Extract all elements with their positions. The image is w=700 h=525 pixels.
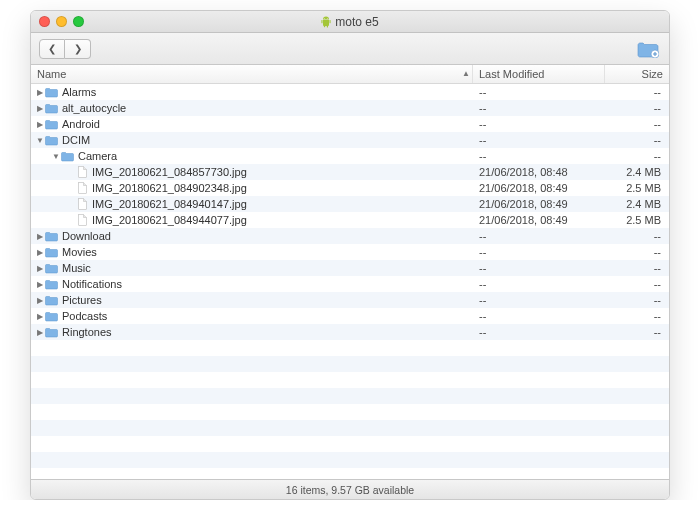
folder-icon xyxy=(61,151,74,162)
disclosure-open-icon[interactable]: ▼ xyxy=(51,152,61,161)
size-cell: -- xyxy=(605,278,669,290)
empty-row xyxy=(31,388,669,404)
item-label: IMG_20180621_084944077.jpg xyxy=(92,214,247,226)
size-cell: -- xyxy=(605,246,669,258)
folder-row[interactable]: ▶Alarms---- xyxy=(31,84,669,100)
empty-row xyxy=(31,404,669,420)
file-row[interactable]: IMG_20180621_084857730.jpg21/06/2018, 08… xyxy=(31,164,669,180)
svg-rect-2 xyxy=(322,20,323,23)
modified-cell: -- xyxy=(473,118,605,130)
svg-rect-3 xyxy=(330,20,331,23)
name-cell: ▶Download xyxy=(31,230,473,242)
empty-row xyxy=(31,436,669,452)
modified-cell: 21/06/2018, 08:49 xyxy=(473,214,605,226)
size-cell: 2.4 MB xyxy=(605,198,669,210)
modified-cell: -- xyxy=(473,310,605,322)
column-name[interactable]: Name xyxy=(31,65,473,83)
disclosure-closed-icon[interactable]: ▶ xyxy=(35,120,45,129)
name-cell: ▶Ringtones xyxy=(31,326,473,338)
file-row[interactable]: IMG_20180621_084940147.jpg21/06/2018, 08… xyxy=(31,196,669,212)
item-label: DCIM xyxy=(62,134,90,146)
empty-row xyxy=(31,468,669,479)
name-cell: ▼DCIM xyxy=(31,134,473,146)
toolbar: ❮ ❯ xyxy=(31,33,669,65)
empty-row xyxy=(31,420,669,436)
empty-row xyxy=(31,372,669,388)
sort-indicator-icon: ▲ xyxy=(462,69,470,78)
item-label: Music xyxy=(62,262,91,274)
modified-cell: 21/06/2018, 08:49 xyxy=(473,182,605,194)
file-icon xyxy=(77,198,88,210)
folder-icon xyxy=(45,327,58,338)
titlebar[interactable]: moto e5 xyxy=(31,11,669,33)
modified-cell: 21/06/2018, 08:48 xyxy=(473,166,605,178)
item-label: Alarms xyxy=(62,86,96,98)
disclosure-closed-icon[interactable]: ▶ xyxy=(35,328,45,337)
item-label: Pictures xyxy=(62,294,102,306)
name-cell: ▶Notifications xyxy=(31,278,473,290)
folder-row[interactable]: ▶Download---- xyxy=(31,228,669,244)
modified-cell: -- xyxy=(473,262,605,274)
empty-row xyxy=(31,452,669,468)
folder-row[interactable]: ▼Camera---- xyxy=(31,148,669,164)
folder-row[interactable]: ▶Pictures---- xyxy=(31,292,669,308)
file-row[interactable]: IMG_20180621_084944077.jpg21/06/2018, 08… xyxy=(31,212,669,228)
size-cell: -- xyxy=(605,86,669,98)
file-icon xyxy=(77,166,88,178)
name-cell: IMG_20180621_084944077.jpg xyxy=(31,214,473,226)
folder-icon xyxy=(45,247,58,258)
forward-button[interactable]: ❯ xyxy=(65,39,91,59)
disclosure-closed-icon[interactable]: ▶ xyxy=(35,88,45,97)
folder-plus-icon xyxy=(637,40,659,58)
back-button[interactable]: ❮ xyxy=(39,39,65,59)
size-cell: -- xyxy=(605,326,669,338)
size-cell: -- xyxy=(605,134,669,146)
modified-cell: -- xyxy=(473,102,605,114)
file-row[interactable]: IMG_20180621_084902348.jpg21/06/2018, 08… xyxy=(31,180,669,196)
column-headers: Name ▲ Last Modified Size xyxy=(31,65,669,84)
folder-icon xyxy=(45,279,58,290)
name-cell: ▶Music xyxy=(31,262,473,274)
window-title: moto e5 xyxy=(31,15,669,29)
android-icon xyxy=(321,16,331,28)
column-size[interactable]: Size xyxy=(605,65,669,83)
item-label: IMG_20180621_084902348.jpg xyxy=(92,182,247,194)
nav-group: ❮ ❯ xyxy=(39,39,91,59)
folder-row[interactable]: ▶Notifications---- xyxy=(31,276,669,292)
name-cell: ▼Camera xyxy=(31,150,473,162)
item-label: Camera xyxy=(78,150,117,162)
folder-row[interactable]: ▼DCIM---- xyxy=(31,132,669,148)
svg-point-0 xyxy=(325,18,326,19)
disclosure-closed-icon[interactable]: ▶ xyxy=(35,248,45,257)
disclosure-closed-icon[interactable]: ▶ xyxy=(35,312,45,321)
folder-row[interactable]: ▶Ringtones---- xyxy=(31,324,669,340)
new-folder-button[interactable] xyxy=(635,39,661,59)
disclosure-closed-icon[interactable]: ▶ xyxy=(35,264,45,273)
modified-cell: -- xyxy=(473,230,605,242)
name-cell: ▶Podcasts xyxy=(31,310,473,322)
folder-icon xyxy=(45,135,58,146)
item-label: alt_autocycle xyxy=(62,102,126,114)
disclosure-closed-icon[interactable]: ▶ xyxy=(35,104,45,113)
disclosure-closed-icon[interactable]: ▶ xyxy=(35,280,45,289)
folder-row[interactable]: ▶Movies---- xyxy=(31,244,669,260)
folder-icon xyxy=(45,263,58,274)
folder-row[interactable]: ▶Android---- xyxy=(31,116,669,132)
disclosure-closed-icon[interactable]: ▶ xyxy=(35,232,45,241)
disclosure-closed-icon[interactable]: ▶ xyxy=(35,296,45,305)
folder-icon xyxy=(45,231,58,242)
modified-cell: -- xyxy=(473,86,605,98)
folder-icon xyxy=(45,87,58,98)
disclosure-open-icon[interactable]: ▼ xyxy=(35,136,45,145)
name-cell: ▶Android xyxy=(31,118,473,130)
name-cell: IMG_20180621_084857730.jpg xyxy=(31,166,473,178)
folder-row[interactable]: ▶Podcasts---- xyxy=(31,308,669,324)
column-modified[interactable]: ▲ Last Modified xyxy=(473,65,605,83)
item-label: Download xyxy=(62,230,111,242)
file-icon xyxy=(77,214,88,226)
folder-row[interactable]: ▶Music---- xyxy=(31,260,669,276)
modified-cell: -- xyxy=(473,150,605,162)
folder-row[interactable]: ▶alt_autocycle---- xyxy=(31,100,669,116)
file-list-area: ▶Alarms----▶alt_autocycle----▶Android---… xyxy=(31,84,669,479)
size-cell: -- xyxy=(605,118,669,130)
